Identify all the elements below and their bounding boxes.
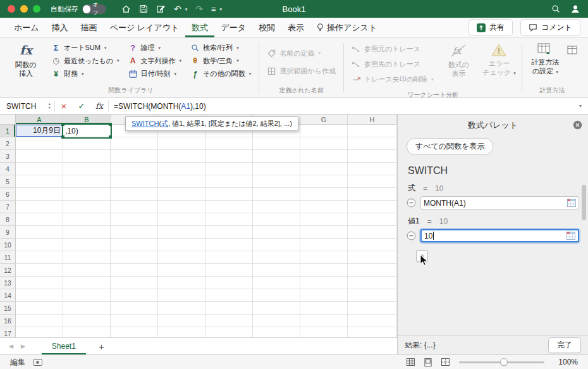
cell-F15[interactable]	[253, 302, 300, 315]
name-box[interactable]: SWITCH ▲ ▼	[0, 98, 54, 114]
column-header-B[interactable]: B	[63, 115, 111, 125]
zoom-slider-knob[interactable]	[500, 358, 508, 366]
cell-B1[interactable]: ,10)	[63, 125, 111, 137]
selection-handle[interactable]	[109, 135, 112, 139]
cell-B6[interactable]	[63, 188, 111, 201]
tab-view[interactable]: 表示	[281, 18, 310, 37]
sheet-nav-right-icon[interactable]: ▶	[17, 343, 29, 349]
row-header-2[interactable]: 2	[0, 137, 16, 150]
name-box-stepper[interactable]: ▲ ▼	[48, 103, 52, 110]
macro-record-icon[interactable]	[33, 359, 42, 366]
cell-C17[interactable]	[111, 327, 158, 337]
cell-F12[interactable]	[253, 264, 300, 277]
column-header-A[interactable]: A	[16, 115, 63, 125]
panel-scrollbar[interactable]	[582, 185, 586, 220]
cell-C2[interactable]	[111, 137, 158, 150]
cell-F7[interactable]	[253, 201, 300, 213]
cell-G11[interactable]	[300, 251, 348, 264]
done-button[interactable]: 完了	[548, 337, 581, 353]
cell-H15[interactable]	[348, 302, 397, 315]
autosave-toggle[interactable]: オフ	[82, 4, 106, 14]
cell-G17[interactable]	[300, 327, 348, 337]
cell-E4[interactable]	[205, 163, 253, 175]
cell-H1[interactable]	[348, 125, 397, 137]
cell-C15[interactable]	[111, 302, 158, 315]
cell-B11[interactable]	[63, 251, 111, 264]
cell-G9[interactable]	[300, 226, 348, 239]
text-functions-button[interactable]: A文字列操作▾	[125, 55, 185, 67]
calculation-options-button[interactable]: = 計算方法の設定 ▾	[527, 39, 563, 85]
normal-view-icon[interactable]	[407, 358, 415, 366]
cell-D15[interactable]	[158, 302, 205, 315]
cell-G10[interactable]	[300, 239, 348, 251]
enter-icon[interactable]: ✓	[73, 98, 90, 114]
cell-H10[interactable]	[348, 239, 397, 251]
cell-B12[interactable]	[63, 264, 111, 277]
cell-E3[interactable]	[205, 150, 253, 163]
sheet-tab-sheet1[interactable]: Sheet1	[42, 338, 86, 354]
cell-B16[interactable]	[63, 315, 111, 327]
cell-D10[interactable]	[158, 239, 205, 251]
cell-E10[interactable]	[205, 239, 253, 251]
cell-G3[interactable]	[300, 150, 348, 163]
cell-E8[interactable]	[205, 213, 253, 226]
column-header-G[interactable]: G	[300, 115, 348, 125]
row-header-11[interactable]: 11	[0, 251, 16, 264]
logical-button[interactable]: ?論理▾	[125, 42, 185, 54]
cell-C13[interactable]	[111, 277, 158, 289]
define-name-button[interactable]: 名前の定義▾	[264, 47, 339, 59]
cell-A17[interactable]	[16, 327, 63, 337]
cell-A7[interactable]	[16, 201, 63, 213]
zoom-level[interactable]: 100%	[554, 358, 578, 366]
cell-D17[interactable]	[158, 327, 205, 337]
cell-G14[interactable]	[300, 289, 348, 302]
cell-H8[interactable]	[348, 213, 397, 226]
cell-H4[interactable]	[348, 163, 397, 175]
row-header-1[interactable]: 1	[0, 125, 16, 137]
cell-C8[interactable]	[111, 213, 158, 226]
tab-draw[interactable]: 描画	[75, 18, 104, 37]
page-break-view-icon[interactable]	[441, 358, 450, 366]
cell-D5[interactable]	[158, 175, 205, 188]
cell-D12[interactable]	[158, 264, 205, 277]
cell-D16[interactable]	[158, 315, 205, 327]
cell-A6[interactable]	[16, 188, 63, 201]
row-header-15[interactable]: 15	[0, 302, 16, 315]
cell-H9[interactable]	[348, 226, 397, 239]
cell-G2[interactable]	[300, 137, 348, 150]
create-from-selection-button[interactable]: 選択範囲から作成	[264, 65, 339, 77]
add-sheet-button[interactable]: +	[94, 341, 109, 352]
cell-D6[interactable]	[158, 188, 205, 201]
cell-E7[interactable]	[205, 201, 253, 213]
cell-B3[interactable]	[63, 150, 111, 163]
tab-home[interactable]: ホーム	[8, 18, 46, 37]
cell-E17[interactable]	[205, 327, 253, 337]
cell-F16[interactable]	[253, 315, 300, 327]
cell-B17[interactable]	[63, 327, 111, 337]
show-formulas-button[interactable]: fx 数式の表示	[440, 39, 477, 89]
insert-function-icon[interactable]: fx	[90, 98, 108, 114]
argument-input-expression[interactable]: MONTH(A1)	[420, 196, 579, 210]
cell-G1[interactable]	[300, 125, 348, 137]
formula-input[interactable]: =SWITCH(MONTH(A1),10)	[109, 98, 573, 114]
cell-D13[interactable]	[158, 277, 205, 289]
row-header-6[interactable]: 6	[0, 188, 16, 201]
selection-handle[interactable]	[109, 123, 112, 126]
row-header-12[interactable]: 12	[0, 264, 16, 277]
cell-C9[interactable]	[111, 226, 158, 239]
trace-precedents-button[interactable]: 参照元のトレース	[348, 43, 437, 55]
show-all-functions-button[interactable]: すべての関数を表示	[407, 138, 493, 155]
share-button[interactable]: 共有	[469, 19, 513, 36]
cell-F5[interactable]	[253, 175, 300, 188]
cancel-icon[interactable]: ×	[55, 98, 73, 114]
row-header-8[interactable]: 8	[0, 213, 16, 226]
row-header-5[interactable]: 5	[0, 175, 16, 188]
cell-D11[interactable]	[158, 251, 205, 264]
formula-bar-expand-icon[interactable]: ▾	[573, 98, 588, 114]
cell-F8[interactable]	[253, 213, 300, 226]
cell-B10[interactable]	[63, 239, 111, 251]
row-header-17[interactable]: 17	[0, 327, 16, 337]
tab-tell-me[interactable]: 操作アシスト	[310, 18, 383, 37]
row-header-13[interactable]: 13	[0, 277, 16, 289]
argument-input-value1[interactable]: 10	[420, 229, 579, 242]
